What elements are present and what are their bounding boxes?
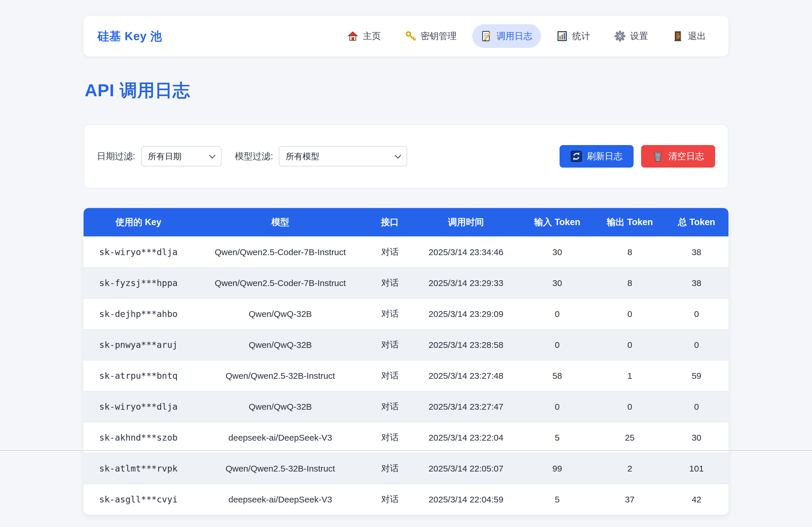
cell-input: 99 xyxy=(519,453,595,484)
nav-items: 主页 密钥管理 xyxy=(339,24,714,48)
model-filter-label: 模型过滤: xyxy=(235,150,273,162)
cell-total: 59 xyxy=(665,360,728,391)
cell-api: 对话 xyxy=(367,268,412,299)
table-row: sk-wiryo***dljaQwen/QwQ-32B对话2025/3/14 2… xyxy=(84,391,728,422)
table-row: sk-pnwya***arujQwen/QwQ-32B对话2025/3/14 2… xyxy=(84,329,728,360)
cell-time: 2025/3/14 22:04:59 xyxy=(412,484,519,515)
clear-logs-button-label: 清空日志 xyxy=(668,150,704,162)
cell-output: 0 xyxy=(595,299,665,329)
nav-item-key-management[interactable]: 密钥管理 xyxy=(396,24,465,48)
col-header-api: 接口 xyxy=(367,208,412,237)
cell-total: 42 xyxy=(665,484,728,515)
nav-item-logout[interactable]: 退出 xyxy=(664,24,714,48)
cell-time: 2025/3/14 22:05:07 xyxy=(412,453,519,484)
table-row: sk-atlmt***rvpkQwen/Qwen2.5-32B-Instruct… xyxy=(84,453,728,484)
cell-output: 2 xyxy=(595,453,665,484)
cell-key: sk-asgll***cvyi xyxy=(84,484,193,515)
nav-item-key-management-label: 密钥管理 xyxy=(421,30,456,42)
nav-item-home-label: 主页 xyxy=(363,30,381,42)
logs-table-card: 使用的 Key 模型 接口 调用时间 输入 Token 输出 Token 总 T… xyxy=(84,208,728,515)
model-filter-select-wrap: 所有模型 xyxy=(279,146,407,166)
filter-card: 日期过滤: 所有日期 模型过滤: 所有模型 xyxy=(84,124,728,189)
cell-key: sk-fyzsj***hppa xyxy=(84,268,193,299)
table-row: sk-atrpu***bntqQwen/Qwen2.5-32B-Instruct… xyxy=(84,360,728,391)
cell-key: sk-akhnd***szob xyxy=(84,422,193,453)
cell-output: 25 xyxy=(595,422,665,453)
cell-key: sk-wiryo***dlja xyxy=(84,391,193,422)
cell-time: 2025/3/14 23:29:33 xyxy=(412,268,519,299)
table-row: sk-akhnd***szobdeepseek-ai/DeepSeek-V3对话… xyxy=(84,422,728,453)
cell-time: 2025/3/14 23:28:58 xyxy=(412,329,519,360)
cell-key: sk-wiryo***dlja xyxy=(84,237,193,268)
page-container: 硅基 Key 池 主页 xyxy=(84,0,728,515)
cell-output: 0 xyxy=(595,391,665,422)
refresh-logs-button[interactable]: 刷新日志 xyxy=(560,145,634,168)
home-icon xyxy=(347,31,358,42)
col-header-input: 输入 Token xyxy=(519,208,595,237)
cell-output: 1 xyxy=(595,360,665,391)
col-header-total: 总 Token xyxy=(665,208,728,237)
cell-api: 对话 xyxy=(367,422,412,453)
cell-input: 5 xyxy=(519,484,595,515)
col-header-key: 使用的 Key xyxy=(84,208,193,237)
nav-item-call-logs-label: 调用日志 xyxy=(496,30,532,42)
bar-chart-icon xyxy=(557,31,568,42)
nav-item-statistics-label: 统计 xyxy=(572,30,590,42)
cell-time: 2025/3/14 23:29:09 xyxy=(412,299,519,329)
trash-icon xyxy=(652,151,664,162)
refresh-logs-button-label: 刷新日志 xyxy=(587,150,623,162)
cell-input: 0 xyxy=(519,329,595,360)
cell-input: 5 xyxy=(519,422,595,453)
table-row: sk-asgll***cvyideepseek-ai/DeepSeek-V3对话… xyxy=(84,484,728,515)
col-header-model: 模型 xyxy=(193,208,367,237)
cell-input: 0 xyxy=(519,391,595,422)
cell-api: 对话 xyxy=(367,299,412,329)
cell-total: 101 xyxy=(665,453,728,484)
model-filter-select[interactable]: 所有模型 xyxy=(279,146,407,166)
cell-total: 0 xyxy=(665,329,728,360)
cell-api: 对话 xyxy=(367,237,412,268)
cell-key: sk-pnwya***aruj xyxy=(84,329,193,360)
cell-api: 对话 xyxy=(367,391,412,422)
nav-item-call-logs[interactable]: 调用日志 xyxy=(472,24,541,48)
table-row: sk-fyzsj***hppaQwen/Qwen2.5-Coder-7B-Ins… xyxy=(84,268,728,299)
door-icon xyxy=(672,31,683,42)
gear-icon xyxy=(614,31,625,42)
cell-time: 2025/3/14 23:27:48 xyxy=(412,360,519,391)
nav-item-home[interactable]: 主页 xyxy=(339,24,390,48)
cell-api: 对话 xyxy=(367,329,412,360)
cell-time: 2025/3/14 23:34:46 xyxy=(412,237,519,268)
cell-api: 对话 xyxy=(367,453,412,484)
cell-input: 30 xyxy=(519,268,595,299)
nav-item-logout-label: 退出 xyxy=(688,30,706,42)
date-filter-label: 日期过滤: xyxy=(97,150,135,162)
table-row: sk-dejhp***ahboQwen/QwQ-32B对话2025/3/14 2… xyxy=(84,299,728,329)
date-filter-select[interactable]: 所有日期 xyxy=(141,146,221,166)
page-title: API 调用日志 xyxy=(85,79,728,102)
cell-output: 8 xyxy=(595,268,665,299)
nav-item-statistics[interactable]: 统计 xyxy=(548,24,599,48)
cell-key: sk-atlmt***rvpk xyxy=(84,453,193,484)
cell-time: 2025/3/14 23:22:04 xyxy=(412,422,519,453)
nav-item-settings[interactable]: 设置 xyxy=(606,24,657,48)
cell-total: 0 xyxy=(665,391,728,422)
date-filter-select-wrap: 所有日期 xyxy=(141,146,221,166)
cell-model: Qwen/Qwen2.5-32B-Instruct xyxy=(193,360,367,391)
cell-output: 8 xyxy=(595,237,665,268)
cell-input: 30 xyxy=(519,237,595,268)
cell-key: sk-dejhp***ahbo xyxy=(84,299,193,329)
memo-icon xyxy=(481,31,492,42)
cell-model: Qwen/QwQ-32B xyxy=(193,391,367,422)
cell-model: Qwen/Qwen2.5-32B-Instruct xyxy=(193,453,367,484)
cell-model: deepseek-ai/DeepSeek-V3 xyxy=(193,422,367,453)
cell-output: 37 xyxy=(595,484,665,515)
clear-logs-button[interactable]: 清空日志 xyxy=(641,145,715,168)
col-header-output: 输出 Token xyxy=(595,208,665,237)
cell-model: Qwen/QwQ-32B xyxy=(193,299,367,329)
cell-key: sk-atrpu***bntq xyxy=(84,360,193,391)
table-header-row: 使用的 Key 模型 接口 调用时间 输入 Token 输出 Token 总 T… xyxy=(84,208,728,237)
cell-model: deepseek-ai/DeepSeek-V3 xyxy=(193,484,367,515)
top-navbar: 硅基 Key 池 主页 xyxy=(84,16,728,56)
logs-table: 使用的 Key 模型 接口 调用时间 输入 Token 输出 Token 总 T… xyxy=(84,208,728,515)
cell-model: Qwen/Qwen2.5-Coder-7B-Instruct xyxy=(193,237,367,268)
